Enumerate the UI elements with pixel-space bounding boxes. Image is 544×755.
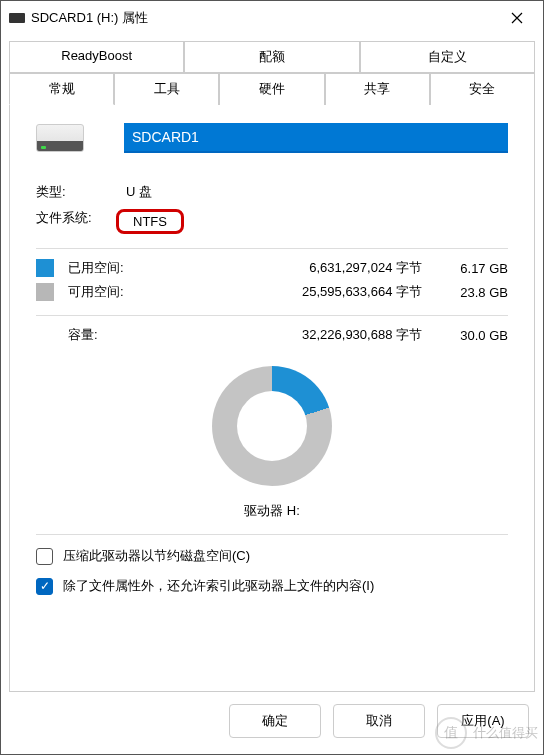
space-table: 已用空间: 6,631,297,024 字节 6.17 GB 可用空间: 25,… <box>36 259 508 301</box>
filesystem-label: 文件系统: <box>36 209 126 234</box>
tab-quota[interactable]: 配额 <box>184 41 359 73</box>
tab-security[interactable]: 安全 <box>430 73 535 105</box>
used-label: 已用空间: <box>68 259 158 277</box>
apply-button[interactable]: 应用(A) <box>437 704 529 738</box>
filesystem-value: NTFS <box>116 209 184 234</box>
tab-strip: ReadyBoost 配额 自定义 常规 工具 硬件 共享 安全 <box>9 41 535 105</box>
tab-custom[interactable]: 自定义 <box>360 41 535 73</box>
type-value: U 盘 <box>126 183 152 201</box>
drive-name-input[interactable] <box>124 123 508 153</box>
titlebar: SDCARD1 (H:) 属性 <box>1 1 543 35</box>
ok-button[interactable]: 确定 <box>229 704 321 738</box>
divider <box>36 534 508 535</box>
type-label: 类型: <box>36 183 126 201</box>
used-size: 6.17 GB <box>442 261 508 276</box>
free-color-icon <box>36 283 54 301</box>
cancel-button[interactable]: 取消 <box>333 704 425 738</box>
window-title: SDCARD1 (H:) 属性 <box>31 9 148 27</box>
capacity-bytes: 32,226,930,688 字节 <box>158 326 442 344</box>
drive-icon <box>9 13 25 23</box>
free-bytes: 25,595,633,664 字节 <box>158 283 442 301</box>
tab-general[interactable]: 常规 <box>9 73 114 105</box>
index-checkbox[interactable]: ✓ <box>36 578 53 595</box>
free-size: 23.8 GB <box>442 285 508 300</box>
drive-large-icon <box>36 124 84 152</box>
compress-label: 压缩此驱动器以节约磁盘空间(C) <box>63 547 250 565</box>
properties-dialog: SDCARD1 (H:) 属性 ReadyBoost 配额 自定义 常规 工具 … <box>0 0 544 755</box>
used-bytes: 6,631,297,024 字节 <box>158 259 442 277</box>
close-button[interactable] <box>497 4 537 32</box>
index-label: 除了文件属性外，还允许索引此驱动器上文件的内容(I) <box>63 577 374 595</box>
compress-checkbox[interactable] <box>36 548 53 565</box>
tab-readyboost[interactable]: ReadyBoost <box>9 41 184 73</box>
free-label: 可用空间: <box>68 283 158 301</box>
divider <box>36 248 508 249</box>
tab-content: 类型: U 盘 文件系统: NTFS 已用空间: 6,631,297,024 字… <box>9 105 535 692</box>
tab-hardware[interactable]: 硬件 <box>219 73 324 105</box>
drive-letter-label: 驱动器 H: <box>36 502 508 520</box>
tab-tools[interactable]: 工具 <box>114 73 219 105</box>
tab-sharing[interactable]: 共享 <box>325 73 430 105</box>
capacity-size: 30.0 GB <box>442 328 508 343</box>
dialog-buttons: 确定 取消 应用(A) <box>1 692 543 754</box>
usage-chart <box>212 366 332 486</box>
divider <box>36 315 508 316</box>
capacity-label: 容量: <box>68 326 158 344</box>
used-color-icon <box>36 259 54 277</box>
